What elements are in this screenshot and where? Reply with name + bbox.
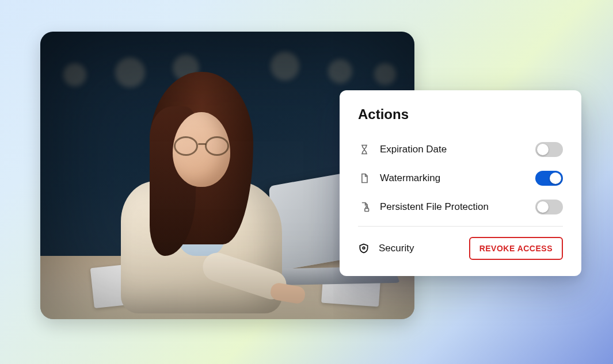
divider [358, 226, 563, 227]
row-watermarking: Watermarking [358, 164, 563, 193]
row-security: Security REVOKE ACCESS [358, 232, 563, 260]
toggle-persistent-protection[interactable] [535, 200, 563, 214]
file-lock-icon [358, 201, 371, 213]
toggle-watermarking[interactable] [535, 171, 563, 186]
shield-icon [358, 243, 370, 254]
svg-rect-0 [365, 209, 369, 212]
row-label: Watermarking [380, 173, 526, 184]
security-label: Security [379, 243, 460, 254]
page-canvas: Actions Expiration Date Watermarking [0, 0, 613, 364]
actions-card: Actions Expiration Date Watermarking [340, 90, 581, 276]
svg-point-1 [363, 247, 365, 249]
card-title: Actions [358, 106, 563, 122]
revoke-access-button[interactable]: REVOKE ACCESS [469, 237, 563, 260]
row-label: Persistent File Protection [380, 201, 526, 213]
hourglass-icon [358, 143, 371, 156]
row-label: Expiration Date [380, 144, 526, 155]
file-icon [358, 172, 371, 185]
row-expiration: Expiration Date [358, 135, 563, 164]
toggle-expiration[interactable] [535, 142, 563, 157]
row-persistent-protection: Persistent File Protection [358, 193, 563, 221]
